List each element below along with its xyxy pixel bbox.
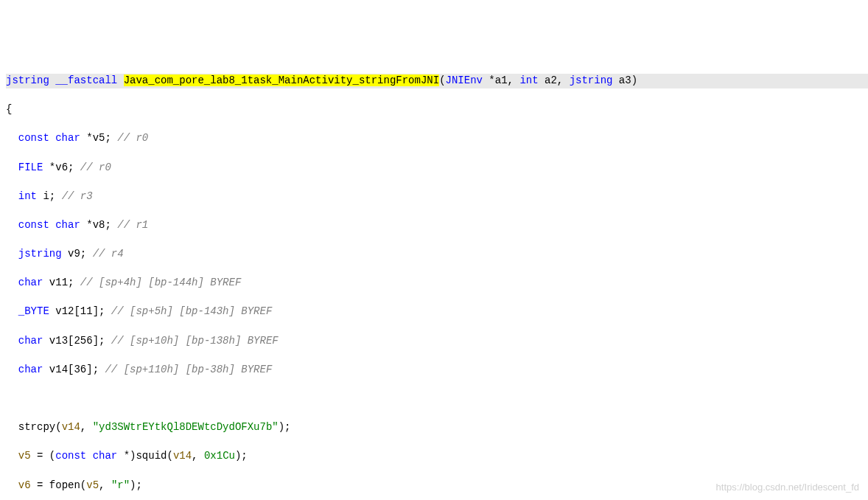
string-literal: "r"	[111, 479, 130, 491]
comment: // r0	[117, 132, 148, 144]
var-type: char	[18, 364, 43, 375]
comment: // r1	[117, 219, 148, 231]
var-decl: *v6;	[49, 162, 74, 173]
variable: v14	[173, 450, 192, 462]
var-decl: *v5;	[86, 132, 111, 144]
code-line[interactable]: FILE *v6; // r0	[6, 161, 868, 176]
cast-type: const char	[55, 450, 117, 462]
variable: v5	[86, 479, 99, 491]
var-decl: v14[36];	[49, 364, 99, 375]
calling-convention: __fastcall	[55, 74, 117, 86]
comment: // r3	[62, 190, 93, 202]
code-line[interactable]: jstring v9; // r4	[6, 247, 868, 262]
comment: // [sp+110h] [bp-38h] BYREF	[105, 364, 272, 375]
code-line[interactable]: strcpy(v14, "yd3SWtrEYtkQl8DEWtcDydOFXu7…	[6, 420, 868, 435]
param-type: JNIEnv	[446, 74, 483, 86]
param-name: a2	[545, 74, 557, 86]
function-name[interactable]: Java_com_pore_lab8_1task_MainActivity_st…	[124, 74, 439, 86]
comment: // r0	[80, 162, 111, 173]
variable: v6	[18, 479, 31, 491]
variable: v14	[62, 421, 80, 433]
code-line[interactable]: {	[6, 103, 868, 117]
var-decl: i;	[43, 190, 55, 202]
code-line[interactable]: v5 = (const char *)squid(v14, 0x1Cu);	[6, 449, 868, 464]
var-decl: v9;	[68, 248, 86, 260]
var-type: char	[18, 335, 43, 347]
param-name: a3	[619, 74, 631, 86]
var-type: FILE	[18, 162, 43, 173]
var-decl: v13[256];	[49, 335, 105, 347]
var-type: int	[18, 190, 37, 202]
code-line[interactable]: _BYTE v12[11]; // [sp+5h] [bp-143h] BYRE…	[6, 305, 868, 319]
code-line[interactable]: char v13[256]; // [sp+10h] [bp-138h] BYR…	[6, 334, 868, 349]
watermark: https://blog.csdn.net/Iridescent_fd	[716, 481, 859, 494]
string-literal: "yd3SWtrEYtkQl8DEWtcDydOFXu7b"	[93, 421, 279, 433]
param-name: *a1	[489, 74, 507, 86]
code-line[interactable]: char v14[36]; // [sp+110h] [bp-38h] BYRE…	[6, 363, 868, 378]
function-signature-line[interactable]: jstring __fastcall Java_com_pore_lab8_1t…	[6, 74, 868, 88]
comment: // [sp+10h] [bp-138h] BYREF	[111, 335, 279, 347]
var-type: jstring	[18, 248, 62, 260]
open-brace: {	[6, 103, 12, 115]
var-type: const char	[18, 132, 80, 144]
param-type: int	[519, 74, 538, 86]
variable: v5	[18, 450, 31, 462]
code-line[interactable]: char v11; // [sp+4h] [bp-144h] BYREF	[6, 276, 868, 291]
squid-call: squid	[136, 450, 167, 462]
comment: // [sp+5h] [bp-143h] BYREF	[111, 305, 272, 317]
hex-literal: 0x1Cu	[204, 450, 235, 462]
blank-line	[6, 392, 868, 406]
var-decl: v12[11];	[55, 305, 105, 317]
param-type: jstring	[570, 74, 613, 86]
var-decl: *v8;	[86, 219, 111, 231]
return-type: jstring	[6, 74, 49, 86]
decompiler-code-view[interactable]: jstring __fastcall Java_com_pore_lab8_1t…	[0, 58, 868, 500]
fopen-call: fopen	[49, 479, 80, 491]
code-line[interactable]: const char *v8; // r1	[6, 218, 868, 233]
var-decl: v11;	[49, 277, 74, 288]
var-type: const char	[18, 219, 80, 231]
comment: // r4	[93, 248, 124, 260]
strcpy-call: strcpy	[18, 421, 55, 433]
code-line[interactable]: const char *v5; // r0	[6, 131, 868, 146]
var-type: _BYTE	[18, 305, 49, 317]
comment: // [sp+4h] [bp-144h] BYREF	[80, 277, 241, 288]
code-line[interactable]: int i; // r3	[6, 190, 868, 204]
var-type: char	[18, 277, 43, 288]
